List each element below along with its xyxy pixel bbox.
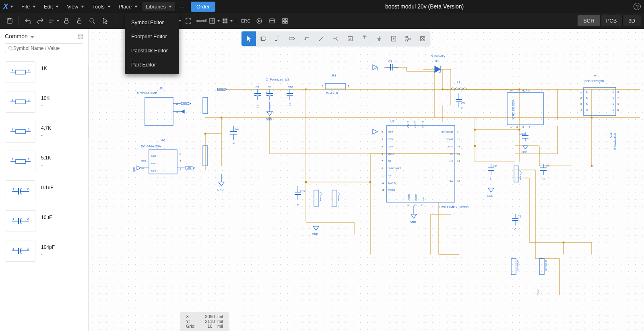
svg-rect-90 bbox=[409, 38, 411, 39]
view-tab-pcb[interactable]: PCB bbox=[601, 15, 623, 26]
svg-text:15: 15 bbox=[414, 204, 417, 207]
grid-view-icon[interactable] bbox=[78, 33, 83, 39]
erc-circle-icon[interactable] bbox=[253, 14, 266, 27]
component-sub: - bbox=[41, 73, 47, 79]
svg-point-33 bbox=[8, 46, 11, 49]
align-icon[interactable] bbox=[47, 14, 60, 27]
grid-icon[interactable] bbox=[208, 14, 221, 27]
search-icon[interactable] bbox=[86, 14, 99, 27]
busentry-tool[interactable] bbox=[328, 31, 343, 46]
hierarchy-tool[interactable] bbox=[401, 31, 415, 46]
svg-point-12 bbox=[223, 19, 223, 19]
svg-text:2: 2 bbox=[28, 68, 30, 72]
app-logo-button[interactable]: X bbox=[3, 2, 13, 11]
component-item[interactable]: 12104pF- bbox=[0, 236, 88, 266]
unlock-icon[interactable] bbox=[73, 14, 86, 27]
svg-rect-25 bbox=[283, 19, 285, 21]
svg-point-98 bbox=[442, 89, 444, 91]
symbol-search[interactable] bbox=[5, 43, 83, 53]
menu-tools[interactable]: Tools bbox=[89, 2, 114, 11]
svg-text:SLOPE: SLOPE bbox=[388, 182, 396, 184]
svg-text:C Polarized US: C Polarized US bbox=[614, 133, 616, 150]
component-label: 104pF bbox=[41, 244, 55, 250]
component-item[interactable]: 124.7K- bbox=[0, 117, 88, 147]
svg-text:Device_R: Device_R bbox=[337, 191, 340, 202]
svg-rect-262 bbox=[511, 259, 516, 275]
view-tab-sch[interactable]: SCH bbox=[578, 15, 600, 26]
bus-tool[interactable] bbox=[299, 31, 314, 46]
schematic-canvas[interactable]: A VCC bbox=[89, 29, 644, 331]
menu-place[interactable]: Place bbox=[116, 2, 141, 11]
panel-icon[interactable] bbox=[266, 14, 279, 27]
svg-text:GND: GND bbox=[266, 118, 272, 121]
order-button[interactable]: Order bbox=[191, 2, 215, 12]
svg-text:MP2: MP2 bbox=[151, 162, 157, 165]
menu-view[interactable]: View bbox=[64, 2, 87, 11]
sidebar-header[interactable]: Common bbox=[5, 33, 34, 39]
svg-text:GND: GND bbox=[522, 151, 528, 153]
noconnect-tool[interactable] bbox=[415, 31, 430, 46]
lock-icon[interactable] bbox=[60, 14, 73, 27]
menu-edit[interactable]: Edit bbox=[41, 2, 62, 11]
wire-tool[interactable] bbox=[270, 31, 285, 46]
cursor-tool-icon[interactable] bbox=[99, 14, 111, 27]
svg-rect-132 bbox=[203, 97, 208, 114]
svg-text:21: 21 bbox=[421, 204, 424, 207]
svg-text:2: 2 bbox=[27, 217, 29, 221]
sheet-tool[interactable] bbox=[386, 31, 401, 46]
dropdown-padstack-editor[interactable]: Padstack Editor bbox=[125, 43, 179, 58]
svg-text:CSN: CSN bbox=[388, 138, 393, 141]
component-item[interactable]: 125.1K- bbox=[0, 147, 88, 176]
svg-text:3: 3 bbox=[180, 153, 181, 155]
menu-overflow[interactable]: ··· bbox=[177, 2, 188, 11]
dots-grid-icon[interactable] bbox=[221, 14, 233, 27]
menu-file[interactable]: File bbox=[18, 2, 39, 11]
text-tool[interactable]: A bbox=[343, 31, 357, 46]
svg-rect-1 bbox=[8, 19, 11, 20]
svg-text:RES: RES bbox=[448, 145, 453, 148]
svg-text:20: 20 bbox=[421, 120, 424, 123]
save-icon[interactable] bbox=[3, 14, 16, 27]
component-item[interactable]: 1210K- bbox=[0, 87, 88, 117]
top-menu-bar: X File Edit View Tools Place Libraries ·… bbox=[0, 0, 644, 13]
menu-libraries[interactable]: Libraries bbox=[142, 2, 175, 11]
svg-text:L1: L1 bbox=[457, 81, 460, 84]
view-tab-3d[interactable]: 3D bbox=[623, 15, 641, 26]
svg-text:MCON-2-2MP: MCON-2-2MP bbox=[137, 91, 157, 95]
svg-text:R8: R8 bbox=[332, 74, 336, 77]
svg-rect-284 bbox=[584, 87, 616, 116]
erc-label[interactable]: ERC bbox=[241, 19, 250, 23]
unit-toggle[interactable]: mmmil bbox=[195, 14, 208, 27]
components-icon[interactable] bbox=[279, 14, 291, 27]
select-tool[interactable] bbox=[242, 31, 256, 46]
component-thumb: 12 bbox=[6, 180, 35, 202]
component-item[interactable]: 121K- bbox=[0, 57, 88, 87]
svg-text:C: C bbox=[233, 141, 235, 144]
component-item[interactable]: 1210uF- bbox=[0, 206, 88, 236]
svg-text:VOUT: VOUT bbox=[537, 288, 539, 295]
line-tool[interactable] bbox=[314, 31, 328, 46]
svg-text:9: 9 bbox=[407, 204, 409, 207]
search-input[interactable] bbox=[13, 46, 80, 51]
fit-icon[interactable] bbox=[182, 14, 195, 27]
chip-tool[interactable] bbox=[256, 31, 270, 46]
redo-icon[interactable] bbox=[34, 14, 47, 27]
svg-text:J2: J2 bbox=[161, 138, 165, 142]
svg-text:C15: C15 bbox=[609, 132, 612, 138]
dropdown-symbol-editor[interactable]: Symbol Editor bbox=[125, 15, 179, 29]
help-icon[interactable]: ? bbox=[634, 3, 641, 10]
svg-text:4: 4 bbox=[528, 126, 530, 128]
svg-text:C2: C2 bbox=[235, 127, 239, 130]
component-thumb: 12 bbox=[6, 151, 35, 172]
svg-point-107 bbox=[305, 181, 307, 183]
svg-text:MP2: MP2 bbox=[151, 155, 157, 157]
svg-rect-263 bbox=[539, 259, 544, 275]
gnd-tool[interactable] bbox=[372, 31, 386, 46]
dropdown-part-editor[interactable]: Part Editor bbox=[125, 58, 179, 72]
power-tool[interactable]: VCC bbox=[357, 31, 372, 46]
component-item[interactable]: 120.1uF- bbox=[0, 176, 88, 206]
netlabel-tool[interactable] bbox=[285, 31, 299, 46]
dropdown-footprint-editor[interactable]: Footprint Editor bbox=[125, 29, 179, 43]
undo-icon[interactable] bbox=[21, 14, 34, 27]
component-thumb: 12 bbox=[6, 210, 35, 232]
